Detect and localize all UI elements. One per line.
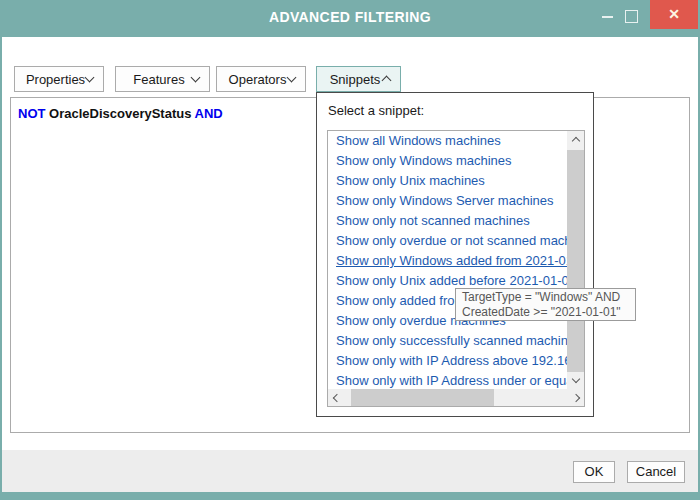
chevron-left-icon [332,393,340,401]
scroll-left-button[interactable] [328,389,345,406]
horizontal-scrollbar-thumb[interactable] [351,389,494,406]
dialog-footer: OK Cancel [2,450,698,492]
snippet-item-hovered[interactable]: Show only Windows added from 2021-01-01 [328,251,567,271]
chevron-up-icon [382,76,392,86]
snippets-popup-label: Select a snippet: [328,103,424,118]
scroll-up-button[interactable] [567,131,584,148]
chevron-down-icon [571,375,579,383]
maximize-icon[interactable] [625,10,638,23]
snippet-item[interactable]: Show only with IP Address above 192.168.… [328,351,567,371]
chevron-down-icon [191,73,201,83]
window-border-left [0,37,2,500]
features-dropdown-button[interactable]: Features [115,66,210,92]
snippet-item[interactable]: Show only Unix machines [328,171,567,191]
chevron-down-icon [287,73,297,83]
snippet-item[interactable]: Show only successfully scanned machines [328,331,567,351]
properties-dropdown-button[interactable]: Properties [14,66,104,92]
snippet-item[interactable]: Show all Windows machines [328,131,567,151]
horizontal-scrollbar[interactable] [328,389,584,406]
chevron-up-icon [571,137,579,145]
snippet-item[interactable]: Show only not scanned machines [328,211,567,231]
snippet-item[interactable]: Show only Windows Server machines [328,191,567,211]
property-token: OracleDiscoveryStatus [49,106,191,121]
scroll-down-button[interactable] [567,372,584,389]
window-border-bottom [0,492,700,500]
snippet-items: Show all Windows machines Show only Wind… [328,131,567,389]
snippets-label: Snippets [327,72,383,87]
snippets-popup: Select a snippet: Show all Windows machi… [316,92,594,417]
snippet-item[interactable]: Show only overdue or not scanned machine… [328,231,567,251]
keyword-and: AND [195,106,223,121]
features-label: Features [126,72,192,87]
properties-label: Properties [25,72,86,87]
window-title: ADVANCED FILTERING [0,0,700,37]
vertical-scrollbar-thumb[interactable] [567,150,584,372]
tooltip-line-2: CreatedDate >= "2021-01-01" [462,305,629,320]
chevron-down-icon [85,73,95,83]
snippet-item[interactable]: Show only with IP Address under or equal… [328,371,567,389]
scroll-right-button[interactable] [567,389,584,406]
snippet-listbox: Show all Windows machines Show only Wind… [327,130,585,407]
snippet-tooltip: TargetType = "Windows" AND CreatedDate >… [455,288,636,321]
snippets-dropdown-button[interactable]: Snippets [316,66,401,92]
operators-label: Operators [227,72,288,87]
vertical-scrollbar[interactable] [567,131,584,389]
cancel-button[interactable]: Cancel [627,461,685,483]
titlebar: ADVANCED FILTERING [0,0,700,37]
operators-dropdown-button[interactable]: Operators [216,66,306,92]
keyword-not: NOT [18,106,45,121]
close-button[interactable]: ✕ [650,0,698,29]
chevron-right-icon [571,393,579,401]
minimize-icon[interactable] [602,16,613,18]
snippet-item[interactable]: Show only Windows machines [328,151,567,171]
ok-button[interactable]: OK [573,461,615,483]
tooltip-line-1: TargetType = "Windows" AND [462,290,629,305]
